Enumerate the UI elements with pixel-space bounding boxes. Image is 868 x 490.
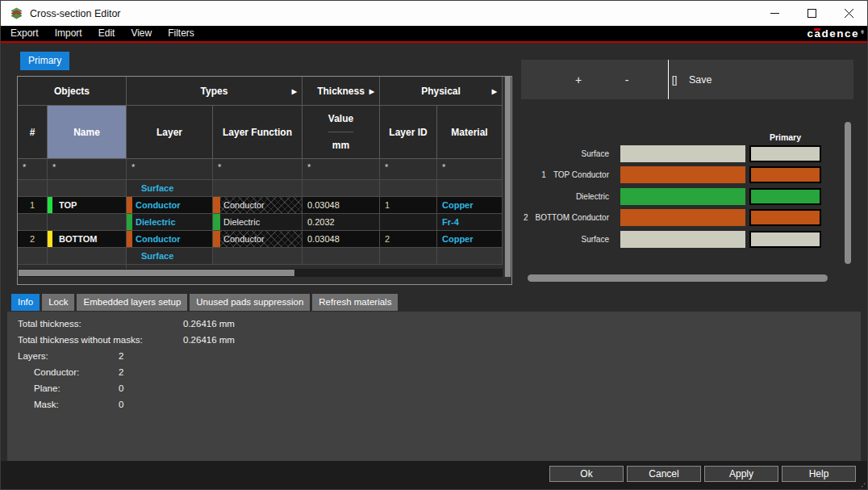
save-button[interactable]: Save xyxy=(682,60,731,99)
cell-material[interactable] xyxy=(437,180,503,197)
cell-layer-id[interactable] xyxy=(380,180,437,197)
cell-layer-id[interactable]: 1 xyxy=(380,197,437,214)
group-types[interactable]: Types▶ xyxy=(127,77,303,106)
col-header-material[interactable]: Material xyxy=(437,106,503,159)
filter-cell-name[interactable]: * xyxy=(48,159,127,180)
help-button[interactable]: Help xyxy=(782,466,856,482)
cell-thickness[interactable]: 0.03048 xyxy=(303,231,380,248)
filter-cell-material[interactable]: * xyxy=(437,159,503,180)
scrollbar-thumb[interactable] xyxy=(19,270,294,276)
expand-arrow-icon[interactable]: ▶ xyxy=(292,87,297,94)
info-conductor: Conductor: 2 xyxy=(7,367,861,383)
cell-layer-function[interactable]: Dielectric xyxy=(213,214,303,231)
cell-layer-function[interactable]: Conductor xyxy=(213,197,303,214)
table-row-dielectric: Dielectric Dielectric 0.2032 Fr-4 xyxy=(18,214,503,231)
menu-import[interactable]: Import xyxy=(47,26,90,41)
stack-bar[interactable] xyxy=(620,166,745,183)
tab-lock[interactable]: Lock xyxy=(42,294,74,311)
tab-unused-pads-suppression[interactable]: Unused pads suppression xyxy=(190,294,310,311)
stack-bar[interactable] xyxy=(620,188,745,205)
tab-embedded-layers-setup[interactable]: Embedded layers setup xyxy=(77,294,187,311)
stack-vertical-scrollbar[interactable] xyxy=(845,122,851,264)
cell-layer[interactable]: Surface xyxy=(127,248,213,265)
menu-export[interactable]: Export xyxy=(2,26,47,41)
stack-bar[interactable] xyxy=(620,145,745,162)
cell-name[interactable]: TOP xyxy=(48,197,127,214)
filter-cell-layer-function[interactable]: * xyxy=(213,159,303,180)
cell-thickness[interactable] xyxy=(303,180,380,197)
add-layer-button[interactable]: + xyxy=(566,60,590,99)
cell-num[interactable]: 2 xyxy=(18,231,48,248)
cell-num[interactable] xyxy=(18,214,48,231)
menu-edit[interactable]: Edit xyxy=(90,26,123,41)
col-header-thickness-value[interactable]: Value mm xyxy=(303,106,380,159)
close-button[interactable] xyxy=(830,1,867,26)
cell-material[interactable] xyxy=(437,248,503,265)
stack-bar[interactable] xyxy=(620,209,745,226)
stack-bar-primary[interactable] xyxy=(749,166,821,183)
filter-cell-num[interactable]: * xyxy=(18,159,48,180)
apply-button[interactable]: Apply xyxy=(704,466,778,482)
tab-info[interactable]: Info xyxy=(11,294,40,311)
filter-cell-layer-id[interactable]: * xyxy=(380,159,437,180)
filter-cell-layer[interactable]: * xyxy=(127,159,213,180)
cancel-button[interactable]: Cancel xyxy=(627,466,701,482)
cell-layer[interactable]: Conductor xyxy=(127,197,213,214)
cell-layer[interactable]: Dielectric xyxy=(127,214,213,231)
resize-grip[interactable]: ⋰ xyxy=(858,482,866,490)
maximize-button[interactable] xyxy=(793,1,830,26)
col-header-num[interactable]: # xyxy=(18,106,48,159)
cell-layer-function[interactable] xyxy=(213,180,303,197)
table-horizontal-scrollbar[interactable] xyxy=(18,269,503,277)
menu-filters[interactable]: Filters xyxy=(160,26,202,41)
scrollbar-thumb[interactable] xyxy=(505,77,511,277)
cell-name[interactable]: BOTTOM xyxy=(48,231,127,248)
cell-num[interactable] xyxy=(18,248,48,265)
stack-bar-primary[interactable] xyxy=(749,188,821,205)
stack-bar[interactable] xyxy=(620,231,745,248)
cell-num[interactable] xyxy=(18,180,48,197)
menu-view[interactable]: View xyxy=(123,26,160,41)
cell-num[interactable]: 1 xyxy=(18,197,48,214)
cell-name[interactable] xyxy=(48,214,127,231)
cell-layer[interactable]: Conductor xyxy=(127,231,213,248)
cell-name[interactable] xyxy=(48,180,127,197)
col-header-layer-id[interactable]: Layer ID xyxy=(380,106,437,159)
filter-cell-thickness[interactable]: * xyxy=(303,159,380,180)
cell-layer-function[interactable] xyxy=(213,248,303,265)
col-header-name[interactable]: Name xyxy=(48,106,127,159)
cell-material[interactable]: Copper xyxy=(437,197,503,214)
cell-material[interactable]: Fr-4 xyxy=(437,214,503,231)
stack-bar-primary[interactable] xyxy=(749,145,821,162)
stack-bar-primary[interactable] xyxy=(749,231,821,248)
cell-thickness[interactable]: 0.2032 xyxy=(303,214,380,231)
cell-thickness[interactable]: 0.03048 xyxy=(303,197,380,214)
cell-layer-function[interactable]: Conductor xyxy=(213,231,303,248)
group-physical[interactable]: Physical▶ xyxy=(380,77,503,106)
maximize-icon xyxy=(807,9,816,18)
cell-thickness[interactable] xyxy=(303,248,380,265)
col-header-layer[interactable]: Layer xyxy=(127,106,213,159)
tab-refresh-materials[interactable]: Refresh materials xyxy=(312,294,398,311)
cell-layer[interactable]: Surface xyxy=(127,180,213,197)
cell-name[interactable] xyxy=(48,248,127,265)
cell-layer-id[interactable]: 2 xyxy=(380,231,437,248)
table-column-header-row: # Name Layer Layer Function Value mm Lay… xyxy=(18,106,503,159)
stack-horizontal-scrollbar[interactable] xyxy=(528,274,828,282)
cell-layer-id[interactable] xyxy=(380,248,437,265)
expand-arrow-icon[interactable]: ▶ xyxy=(369,87,374,94)
remove-layer-button[interactable]: - xyxy=(615,60,639,99)
cell-layer-id[interactable] xyxy=(380,214,437,231)
cell-material[interactable]: Copper xyxy=(437,231,503,248)
minimize-button[interactable] xyxy=(756,1,793,26)
table-vertical-scrollbar[interactable] xyxy=(504,77,511,277)
group-objects[interactable]: Objects xyxy=(18,77,127,106)
expand-arrow-icon[interactable]: ▶ xyxy=(492,87,497,94)
col-header-unit-mm[interactable]: mm xyxy=(332,132,349,159)
col-header-value[interactable]: Value xyxy=(328,106,353,132)
tab-primary[interactable]: Primary xyxy=(20,52,69,70)
col-header-layer-function[interactable]: Layer Function xyxy=(213,106,303,159)
ok-button[interactable]: Ok xyxy=(549,466,624,482)
group-thickness[interactable]: Thickness▶ xyxy=(303,77,380,106)
stack-bar-primary[interactable] xyxy=(749,209,821,226)
